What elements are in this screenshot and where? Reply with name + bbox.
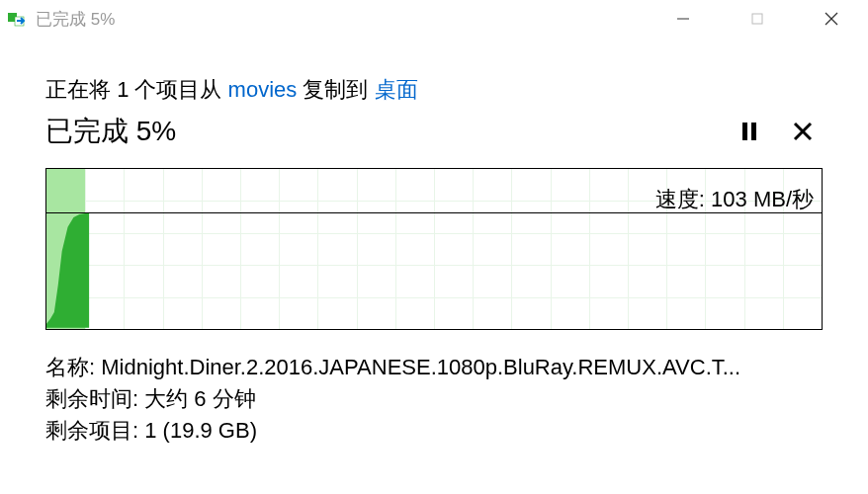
copy-mid1: 个项目从 (129, 77, 227, 102)
window-controls (646, 0, 868, 38)
copy-mid2: 复制到 (297, 77, 374, 102)
detail-name: 名称: Midnight.Diner.2.2016.JAPANESE.1080p… (45, 352, 823, 383)
svg-rect-6 (742, 123, 747, 140)
speed-label: 速度: 103 MB/秒 (655, 185, 814, 214)
minimize-button[interactable] (646, 0, 720, 38)
pause-button[interactable] (738, 120, 761, 143)
speed-chart[interactable]: 速度: 103 MB/秒 (45, 168, 823, 330)
maximize-button[interactable] (720, 0, 794, 38)
copy-description: 正在将 1 个项目从 movies 复制到 桌面 (45, 75, 823, 105)
svg-rect-7 (751, 123, 756, 140)
dialog-content: 正在将 1 个项目从 movies 复制到 桌面 已完成 5% (0, 38, 868, 447)
detail-time: 剩余时间: 大约 6 分钟 (45, 383, 823, 415)
status-row: 已完成 5% (45, 113, 823, 150)
svg-rect-3 (752, 14, 762, 24)
speed-value: 103 MB/秒 (711, 187, 814, 211)
name-label: 名称: (45, 355, 101, 379)
copy-prefix: 正在将 (45, 77, 117, 102)
details-section: 名称: Midnight.Diner.2.2016.JAPANESE.1080p… (45, 352, 823, 447)
speed-label-text: 速度: (655, 187, 711, 211)
copy-count: 1 (117, 77, 129, 102)
cancel-button[interactable] (791, 120, 815, 143)
items-value: 1 (19.9 GB) (144, 418, 257, 443)
window-title: 已完成 5% (36, 8, 646, 31)
window-titlebar: 已完成 5% (0, 0, 868, 38)
time-label: 剩余时间: (45, 386, 144, 411)
action-buttons (738, 120, 823, 143)
close-button[interactable] (794, 0, 868, 38)
file-transfer-icon (8, 9, 28, 29)
items-label: 剩余项目: (45, 418, 144, 443)
name-value: Midnight.Diner.2.2016.JAPANESE.1080p.Blu… (101, 355, 740, 379)
destination-link[interactable]: 桌面 (375, 77, 418, 102)
time-value: 大约 6 分钟 (144, 386, 255, 411)
speed-curve (46, 169, 89, 328)
detail-items: 剩余项目: 1 (19.9 GB) (45, 415, 823, 447)
status-text: 已完成 5% (45, 113, 176, 150)
source-link[interactable]: movies (228, 77, 298, 102)
